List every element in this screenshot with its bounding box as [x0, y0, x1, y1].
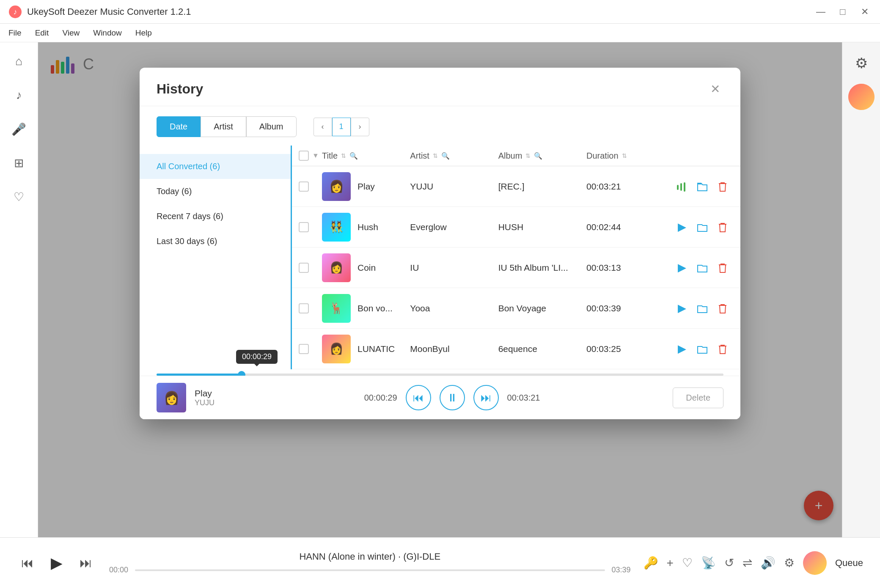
- queue-avatar[interactable]: [803, 551, 827, 575]
- row-album-1: [REC.]: [498, 181, 586, 192]
- page-current[interactable]: 1: [332, 118, 351, 136]
- play-button-3[interactable]: ▶: [674, 260, 690, 275]
- date-filter-recent7[interactable]: Recent 7 days (6): [140, 204, 291, 229]
- sidebar-mic-icon[interactable]: 🎤: [8, 118, 30, 140]
- bottom-song-title: HANN (Alone in winter) · (G)I-DLE: [109, 551, 631, 562]
- key-icon[interactable]: 🔑: [644, 556, 658, 570]
- title-search-icon[interactable]: 🔍: [349, 152, 358, 160]
- sidebar-heart-icon[interactable]: ♡: [8, 186, 30, 207]
- header-expand-icon: ▼: [312, 152, 319, 159]
- row-artist-1: YUJU: [410, 181, 498, 192]
- delete-button-2[interactable]: [715, 220, 730, 235]
- modal-player: 👩 Play YUJU 00:00:29 ⏮ ⏸ ⏭ 00:03:21: [140, 376, 740, 419]
- menu-view[interactable]: View: [62, 28, 80, 38]
- song-thumb-4: 🦌: [322, 294, 351, 323]
- table-row: 👩 Coin IU IU 5th Album 'LI... 00:03:13 ▶: [292, 247, 740, 288]
- app-title: UkeySoft Deezer Music Converter 1.2.1: [27, 6, 814, 17]
- bottom-prev-button[interactable]: ⏮: [17, 552, 38, 574]
- menu-edit[interactable]: Edit: [35, 28, 49, 38]
- page-next-button[interactable]: ›: [351, 118, 369, 136]
- thumb-icon-3: 👩: [322, 253, 351, 282]
- repeat-icon[interactable]: ↺: [724, 556, 734, 570]
- page-prev-button[interactable]: ‹: [314, 118, 332, 136]
- album-sort-icon[interactable]: ⇅: [525, 152, 531, 159]
- delete-button-4[interactable]: [715, 301, 730, 316]
- sidebar-grid-icon[interactable]: ⊞: [8, 152, 30, 173]
- shuffle-icon[interactable]: ⇌: [742, 556, 752, 570]
- table-row: 👩 LUNATIC MoonByul 6equence 00:03:25 ▶: [292, 329, 740, 369]
- bottom-play-button[interactable]: ▶: [51, 554, 63, 572]
- tab-album[interactable]: Album: [246, 116, 297, 137]
- right-sidebar: ⚙: [842, 42, 880, 537]
- delete-button-3[interactable]: [715, 260, 730, 275]
- row-artist-2: Everglow: [410, 222, 498, 232]
- volume-icon[interactable]: 🔊: [761, 556, 776, 570]
- artist-sort-icon[interactable]: ⇅: [433, 152, 438, 159]
- maximize-button[interactable]: □: [836, 5, 850, 19]
- bottom-plus-icon[interactable]: +: [667, 556, 674, 570]
- player-thumb-icon: 👩: [164, 390, 179, 405]
- open-folder-button-4[interactable]: [695, 301, 710, 316]
- player-next-button[interactable]: ⏭: [473, 385, 499, 410]
- duration-sort-icon[interactable]: ⇅: [622, 152, 627, 159]
- bottom-progress: 00:00 03:39: [109, 566, 631, 574]
- window-controls: — □ ✕: [814, 5, 872, 19]
- settings-icon[interactable]: ⚙: [849, 51, 874, 75]
- open-folder-button-5[interactable]: [695, 341, 710, 357]
- row-artist-5: MoonByul: [410, 344, 498, 354]
- play-button-5[interactable]: ▶: [674, 341, 690, 357]
- open-folder-button-3[interactable]: [695, 260, 710, 275]
- row-title-1: 👩 Play: [322, 172, 410, 201]
- play-button-4[interactable]: ▶: [674, 301, 690, 316]
- minimize-button[interactable]: —: [814, 5, 828, 19]
- progress-section: 00:00:29: [140, 369, 740, 376]
- row-actions-1: [663, 179, 730, 194]
- modal-overlay: History ✕ Date Artist Album ‹ 1: [38, 42, 842, 537]
- bottom-progress-bar[interactable]: [135, 569, 605, 571]
- app-content: C History ✕ Date Artist: [38, 42, 842, 537]
- row-checkbox-1[interactable]: [299, 181, 309, 192]
- sidebar-home-icon[interactable]: ⌂: [8, 51, 30, 72]
- tab-date[interactable]: Date: [157, 116, 201, 137]
- player-pause-button[interactable]: ⏸: [440, 385, 465, 410]
- play-button-2[interactable]: ▶: [674, 220, 690, 235]
- svg-text:♪: ♪: [14, 8, 17, 16]
- date-filter-last30[interactable]: Last 30 days (6): [140, 229, 291, 254]
- row-actions-3: ▶: [663, 260, 730, 275]
- modal-close-button[interactable]: ✕: [707, 80, 723, 97]
- bottom-next-button[interactable]: ⏭: [75, 552, 96, 574]
- row-checkbox-3[interactable]: [299, 263, 309, 273]
- menu-help[interactable]: Help: [135, 28, 152, 38]
- date-filter-today[interactable]: Today (6): [140, 179, 291, 204]
- row-checkbox-5[interactable]: [299, 344, 309, 354]
- row-checkbox-4[interactable]: [299, 303, 309, 313]
- delete-button-1[interactable]: [715, 179, 730, 194]
- row-duration-2: 00:02:44: [586, 222, 663, 232]
- tab-artist[interactable]: Artist: [201, 116, 246, 137]
- bottom-right-controls: 🔑 + ♡ 📡 ↺ ⇌ 🔊 ⚙ Queue: [644, 551, 863, 575]
- user-avatar[interactable]: [848, 84, 874, 110]
- table-row: 👯 Hush Everglow HUSH 00:02:44 ▶: [292, 207, 740, 247]
- cast-icon[interactable]: 📡: [701, 556, 716, 570]
- player-prev-button[interactable]: ⏮: [406, 385, 431, 410]
- header-checkbox[interactable]: [299, 151, 309, 161]
- menu-file[interactable]: File: [8, 28, 22, 38]
- bottom-heart-icon[interactable]: ♡: [682, 556, 693, 570]
- close-button[interactable]: ✕: [858, 5, 872, 19]
- open-folder-button-2[interactable]: [695, 220, 710, 235]
- delete-button-5[interactable]: [715, 341, 730, 357]
- queue-label[interactable]: Queue: [835, 558, 863, 569]
- waveform-icon[interactable]: [674, 179, 690, 194]
- tooltip-time: 00:00:29: [242, 352, 272, 361]
- artist-search-icon[interactable]: 🔍: [441, 152, 450, 160]
- player-delete-button[interactable]: Delete: [673, 387, 723, 408]
- open-folder-button-1[interactable]: [695, 179, 710, 194]
- row-checkbox-2[interactable]: [299, 222, 309, 232]
- title-sort-icon[interactable]: ⇅: [341, 152, 346, 159]
- eq-icon[interactable]: ⚙: [784, 556, 795, 570]
- menu-window[interactable]: Window: [93, 28, 122, 38]
- date-filter-all[interactable]: All Converted (6): [140, 154, 291, 179]
- album-search-icon[interactable]: 🔍: [534, 152, 542, 160]
- bottom-time-start: 00:00: [109, 566, 128, 574]
- sidebar-music-icon[interactable]: ♪: [8, 85, 30, 106]
